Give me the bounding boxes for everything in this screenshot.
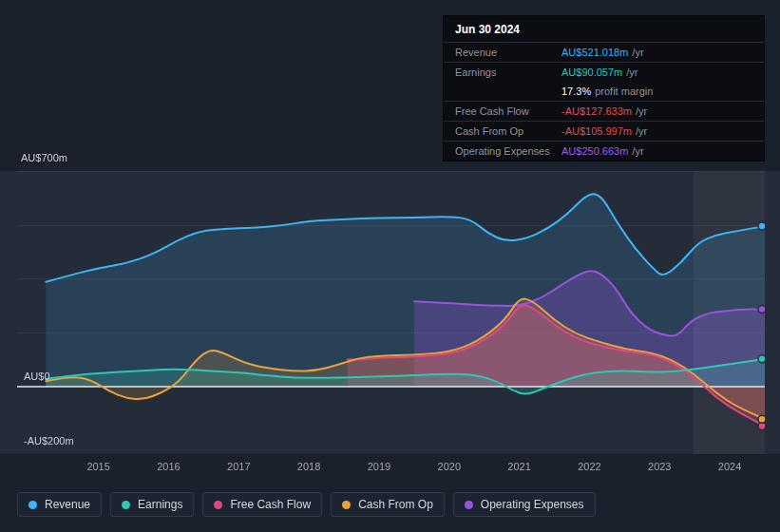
chart-legend: Revenue Earnings Free Cash Flow Cash Fro… xyxy=(17,492,596,517)
tooltip-row-revenue: Revenue AU$521.018m /yr xyxy=(444,43,764,63)
cash-from-op-dot-icon xyxy=(342,501,351,509)
free-cash-flow-dot-icon xyxy=(214,501,222,509)
tooltip-value: 17.3% xyxy=(561,85,591,98)
tooltip-row-profit-margin: 17.3% profit margin xyxy=(444,82,764,102)
x-axis-label: 2016 xyxy=(157,461,180,472)
tooltip-suffix: /yr xyxy=(626,66,637,79)
tooltip-row-free-cash-flow: Free Cash Flow -AU$127.633m /yr xyxy=(444,102,764,122)
chart-tooltip: Jun 30 2024 Revenue AU$521.018m /yr Earn… xyxy=(443,15,765,162)
earnings-revenue-history-page: AU$700m AU$0 -AU$200m 201520162017201820… xyxy=(0,0,780,532)
legend-label: Free Cash Flow xyxy=(230,498,311,511)
x-axis-label: 2017 xyxy=(227,461,250,472)
x-axis-label: 2018 xyxy=(297,461,320,472)
tooltip-row-cash-from-op: Cash From Op -AU$105.997m /yr xyxy=(444,122,764,142)
y-axis-label-zero: AU$0 xyxy=(24,370,50,382)
legend-item-free-cash-flow[interactable]: Free Cash Flow xyxy=(202,492,322,517)
x-axis-label: 2019 xyxy=(368,461,390,472)
y-axis-label-bottom: -AU$200m xyxy=(24,435,74,446)
tooltip-suffix: /yr xyxy=(636,104,647,118)
x-axis-label: 2023 xyxy=(648,461,671,472)
legend-item-earnings[interactable]: Earnings xyxy=(110,492,194,517)
legend-item-operating-expenses[interactable]: Operating Expenses xyxy=(453,492,596,517)
tooltip-value: AU$250.663m xyxy=(561,144,628,158)
tooltip-label: Revenue xyxy=(455,46,561,59)
tooltip-row-operating-expenses: Operating Expenses AU$250.663m /yr xyxy=(444,142,764,161)
legend-item-revenue[interactable]: Revenue xyxy=(17,492,102,517)
tooltip-value: -AU$105.997m xyxy=(561,124,632,138)
x-axis-label: 2021 xyxy=(507,461,530,472)
tooltip-value: -AU$127.633m xyxy=(561,104,632,118)
earnings-dot-icon xyxy=(122,501,130,509)
x-axis-label: 2020 xyxy=(438,461,461,472)
tooltip-label: Operating Expenses xyxy=(455,144,561,158)
tooltip-value: AU$521.018m xyxy=(561,46,628,59)
tooltip-value: AU$90.057m xyxy=(561,66,622,79)
tooltip-label: Cash From Op xyxy=(455,124,561,138)
tooltip-suffix: /yr xyxy=(632,144,643,158)
tooltip-row-earnings: Earnings AU$90.057m /yr xyxy=(444,63,764,82)
legend-label: Cash From Op xyxy=(358,498,433,511)
operating-expenses-dot-icon xyxy=(465,501,473,509)
tooltip-label: Earnings xyxy=(455,66,561,79)
tooltip-date: Jun 30 2024 xyxy=(444,16,764,43)
x-axis-label: 2015 xyxy=(86,461,109,472)
revenue-dot-icon xyxy=(29,501,37,509)
x-axis: 2015201620172018201920202021202220232024 xyxy=(0,461,780,474)
y-axis-label-top: AU$700m xyxy=(21,152,67,163)
legend-label: Revenue xyxy=(45,498,90,511)
legend-label: Operating Expenses xyxy=(481,498,584,511)
tooltip-suffix: /yr xyxy=(632,46,643,59)
x-axis-label: 2022 xyxy=(578,461,600,472)
legend-label: Earnings xyxy=(138,498,182,511)
tooltip-suffix: /yr xyxy=(636,124,647,138)
tooltip-suffix: profit margin xyxy=(595,85,653,98)
x-axis-label: 2024 xyxy=(718,461,741,472)
tooltip-label: Free Cash Flow xyxy=(455,104,561,118)
legend-item-cash-from-op[interactable]: Cash From Op xyxy=(331,492,445,517)
